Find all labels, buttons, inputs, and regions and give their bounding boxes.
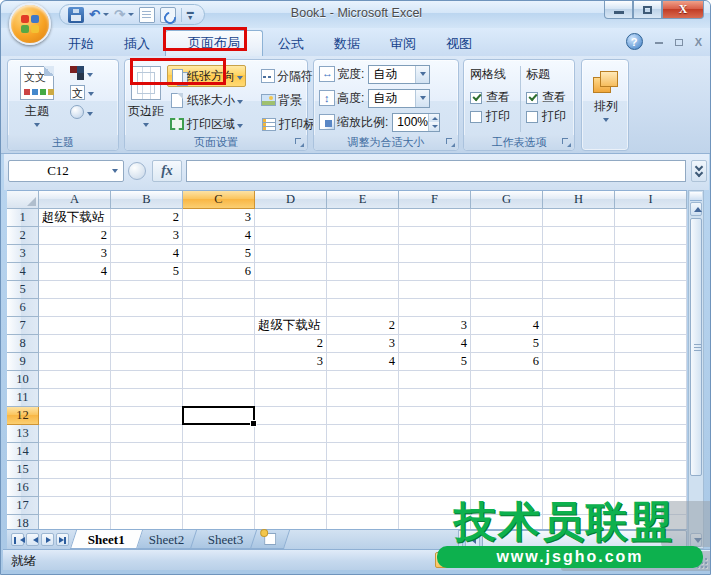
cell-A1[interactable]: 超级下载站 [39, 209, 111, 227]
cell-C5[interactable] [183, 281, 255, 299]
cell-I4[interactable] [615, 263, 687, 281]
cell-D17[interactable] [255, 497, 327, 515]
row-header-9[interactable]: 9 [7, 353, 39, 371]
insert-worksheet-tab[interactable] [250, 530, 290, 549]
vertical-scroll-thumb[interactable] [690, 218, 702, 476]
theme-colors-button[interactable] [70, 66, 94, 80]
headings-view-checkbox[interactable]: 查看 [526, 88, 578, 107]
cell-G4[interactable] [471, 263, 543, 281]
row-header-7[interactable]: 7 [7, 317, 39, 335]
row-header-3[interactable]: 3 [7, 245, 39, 263]
cell-F8[interactable]: 4 [399, 335, 471, 353]
headings-print-checkbox[interactable]: 打印 [526, 107, 578, 126]
office-button[interactable] [9, 3, 51, 45]
cell-B18[interactable] [111, 515, 183, 529]
cell-A16[interactable] [39, 479, 111, 497]
cell-B5[interactable] [111, 281, 183, 299]
cell-H4[interactable] [543, 263, 615, 281]
column-header-D[interactable]: D [255, 191, 327, 209]
tab-formulas[interactable]: 公式 [263, 31, 319, 58]
cell-G16[interactable] [471, 479, 543, 497]
cell-D15[interactable] [255, 461, 327, 479]
cell-F16[interactable] [399, 479, 471, 497]
close-button[interactable]: X [662, 1, 704, 19]
cell-G1[interactable] [471, 209, 543, 227]
row-header-11[interactable]: 11 [7, 389, 39, 407]
cell-C3[interactable]: 5 [183, 245, 255, 263]
row-header-14[interactable]: 14 [7, 443, 39, 461]
cell-A18[interactable] [39, 515, 111, 529]
cell-D7[interactable]: 超级下载站 [255, 317, 327, 335]
cell-I3[interactable] [615, 245, 687, 263]
sheet-options-dialog-launcher-icon[interactable] [561, 137, 572, 148]
theme-fonts-button[interactable]: 文 [70, 85, 94, 100]
column-header-I[interactable]: I [615, 191, 687, 209]
cell-F2[interactable] [399, 227, 471, 245]
cell-F1[interactable] [399, 209, 471, 227]
print-area-button[interactable]: 打印区域 [167, 113, 246, 135]
gridlines-print-checkbox[interactable]: 打印 [470, 107, 522, 126]
cell-I15[interactable] [615, 461, 687, 479]
cell-I1[interactable] [615, 209, 687, 227]
row-header-4[interactable]: 4 [7, 263, 39, 281]
cell-I11[interactable] [615, 389, 687, 407]
cell-H1[interactable] [543, 209, 615, 227]
cell-A5[interactable] [39, 281, 111, 299]
column-header-A[interactable]: A [39, 191, 111, 209]
cell-E16[interactable] [327, 479, 399, 497]
cell-D8[interactable]: 2 [255, 335, 327, 353]
cell-C15[interactable] [183, 461, 255, 479]
gridlines-print-check-icon[interactable] [470, 111, 482, 123]
row-header-13[interactable]: 13 [7, 425, 39, 443]
next-sheet-icon[interactable] [41, 533, 54, 546]
cell-G2[interactable] [471, 227, 543, 245]
workbook-close-icon[interactable]: X [695, 36, 702, 48]
cell-F12[interactable] [399, 407, 471, 425]
cell-A4[interactable]: 4 [39, 263, 111, 281]
help-icon[interactable]: ? [626, 33, 643, 50]
cell-B3[interactable]: 4 [111, 245, 183, 263]
cell-B10[interactable] [111, 371, 183, 389]
paper-size-button[interactable]: 纸张大小 [167, 89, 246, 111]
cell-A6[interactable] [39, 299, 111, 317]
cell-D5[interactable] [255, 281, 327, 299]
cell-B17[interactable] [111, 497, 183, 515]
cell-C10[interactable] [183, 371, 255, 389]
gridlines-view-check-icon[interactable] [470, 92, 482, 104]
tab-data[interactable]: 数据 [319, 31, 375, 58]
cell-F13[interactable] [399, 425, 471, 443]
cell-C17[interactable] [183, 497, 255, 515]
cell-C8[interactable] [183, 335, 255, 353]
cell-F11[interactable] [399, 389, 471, 407]
headings-print-check-icon[interactable] [526, 111, 538, 123]
gridlines-view-checkbox[interactable]: 查看 [470, 88, 522, 107]
cell-H3[interactable] [543, 245, 615, 263]
row-header-8[interactable]: 8 [7, 335, 39, 353]
cell-I12[interactable] [615, 407, 687, 425]
cell-A11[interactable] [39, 389, 111, 407]
expand-formula-bar-icon[interactable] [691, 160, 707, 182]
cell-I2[interactable] [615, 227, 687, 245]
cell-E11[interactable] [327, 389, 399, 407]
cell-G12[interactable] [471, 407, 543, 425]
split-handle[interactable] [690, 192, 702, 201]
cell-G6[interactable] [471, 299, 543, 317]
cell-E9[interactable]: 4 [327, 353, 399, 371]
cell-B8[interactable] [111, 335, 183, 353]
previous-sheet-icon[interactable] [26, 533, 39, 546]
column-header-B[interactable]: B [111, 191, 183, 209]
maximize-button[interactable] [633, 1, 662, 19]
cell-H11[interactable] [543, 389, 615, 407]
row-header-10[interactable]: 10 [7, 371, 39, 389]
cell-I5[interactable] [615, 281, 687, 299]
cell-B14[interactable] [111, 443, 183, 461]
row-header-17[interactable]: 17 [7, 497, 39, 515]
cell-D11[interactable] [255, 389, 327, 407]
cell-G7[interactable]: 4 [471, 317, 543, 335]
cell-C7[interactable] [183, 317, 255, 335]
minimize-button[interactable] [604, 1, 633, 19]
cell-F15[interactable] [399, 461, 471, 479]
cell-I10[interactable] [615, 371, 687, 389]
cell-B13[interactable] [111, 425, 183, 443]
last-sheet-icon[interactable] [56, 533, 69, 546]
